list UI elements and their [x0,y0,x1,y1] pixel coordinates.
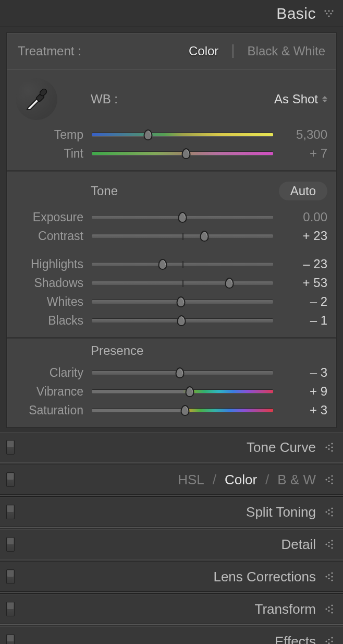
contrast-slider-row: Contrast + 23 [16,226,327,245]
lens-switch[interactable] [6,569,15,584]
whites-label: Whites [16,295,83,309]
svg-point-9 [331,446,333,448]
shadows-slider[interactable] [92,281,273,285]
effects-switch[interactable] [6,634,15,644]
wb-section: WB : As Shot Temp 5,300 Tint + 7 [7,69,336,171]
hsl-panel[interactable]: HSL / Color / B & W [0,464,343,495]
contrast-thumb[interactable] [199,231,210,242]
clarity-thumb[interactable] [174,367,185,378]
tone-curve-switch[interactable] [6,440,15,455]
highlights-value[interactable]: – 23 [281,257,327,271]
blacks-thumb[interactable] [176,315,187,326]
expand-icon[interactable] [325,637,334,644]
detail-switch[interactable] [6,537,15,552]
wb-eyedropper-button[interactable] [16,78,57,120]
expand-icon[interactable] [325,572,334,581]
shadows-thumb[interactable] [224,278,235,289]
whites-thumb[interactable] [175,296,186,307]
svg-point-19 [325,479,327,480]
contrast-slider[interactable] [92,234,273,238]
temp-value[interactable]: 5,300 [281,127,327,142]
hsl-switch[interactable] [6,472,15,487]
svg-point-38 [331,604,333,606]
effects-panel[interactable]: Effects [0,626,343,644]
panel-disclosure-icon[interactable] [324,10,334,17]
temp-slider[interactable] [92,133,273,137]
svg-point-44 [331,637,333,638]
blacks-value[interactable]: – 1 [281,313,327,328]
exposure-label: Exposure [16,210,83,224]
highlights-thumb[interactable] [157,259,168,270]
exposure-value[interactable]: 0.00 [281,210,327,224]
svg-point-35 [328,574,329,576]
panel-title: Basic [276,5,316,22]
svg-point-5 [328,15,329,17]
expand-icon[interactable] [325,507,334,517]
hsl-tab-color[interactable]: Color [225,472,257,488]
split-toning-panel[interactable]: Split Toning [0,497,343,527]
saturation-value[interactable]: + 3 [281,403,327,418]
svg-point-47 [328,639,329,640]
wb-preset-value: As Shot [274,92,318,106]
expand-icon[interactable] [325,443,334,452]
hsl-tab-bw[interactable]: B & W [277,472,316,488]
expand-icon[interactable] [325,604,334,614]
whites-slider[interactable] [92,300,273,304]
highlights-slider[interactable] [92,262,273,266]
contrast-label: Contrast [16,229,83,243]
clarity-value[interactable]: – 3 [281,365,327,380]
svg-point-31 [325,543,327,545]
svg-point-34 [331,579,333,581]
saturation-thumb[interactable] [180,405,191,416]
svg-point-14 [331,475,333,476]
expand-icon[interactable] [325,475,334,484]
transform-label: Transform [255,601,316,617]
exposure-slider-row: Exposure 0.00 [16,208,327,226]
lens-corrections-panel[interactable]: Lens Corrections [0,562,343,592]
clarity-slider[interactable] [92,371,273,375]
exposure-thumb[interactable] [177,212,188,223]
treatment-color[interactable]: Color [189,44,218,58]
vibrance-label: Vibrance [16,385,83,399]
wb-preset-stepper-icon [322,96,327,102]
vibrance-slider-row: Vibrance + 9 [16,382,327,401]
blacks-slider[interactable] [92,318,273,323]
basic-panel-header: Basic [0,0,343,27]
highlights-label: Highlights [16,257,83,271]
tone-auto-button[interactable]: Auto [279,182,327,200]
tint-value[interactable]: + 7 [281,146,327,161]
svg-point-3 [326,13,327,14]
transform-switch[interactable] [6,602,15,616]
tint-thumb[interactable] [180,148,191,159]
saturation-slider[interactable] [92,408,273,412]
svg-point-13 [325,446,327,448]
whites-value[interactable]: – 2 [281,294,327,309]
tone-label: Tone [91,184,118,198]
vibrance-thumb[interactable] [184,386,195,397]
wb-preset-select[interactable]: As Shot [274,92,327,106]
vibrance-value[interactable]: + 9 [281,384,327,399]
shadows-value[interactable]: + 53 [281,276,327,290]
svg-point-15 [331,479,333,480]
tint-slider[interactable] [92,151,273,156]
detail-panel[interactable]: Detail [0,529,343,559]
split-toning-switch[interactable] [6,505,15,519]
svg-point-20 [331,507,333,509]
contrast-value[interactable]: + 23 [281,229,327,243]
exposure-slider[interactable] [92,215,273,219]
treatment-bw[interactable]: Black & White [248,44,325,58]
tone-curve-panel[interactable]: Tone Curve [0,432,343,462]
shadows-slider-row: Shadows + 53 [16,273,327,292]
svg-point-40 [331,612,333,613]
transform-panel[interactable]: Transform [0,594,343,624]
temp-thumb[interactable] [142,129,153,140]
expand-icon[interactable] [325,540,334,549]
hsl-tab-hsl[interactable]: HSL [178,472,204,488]
svg-point-18 [328,481,329,482]
svg-point-12 [328,448,329,450]
saturation-slider-row: Saturation + 3 [16,401,327,420]
treatment-label: Treatment : [18,44,81,58]
lens-label: Lens Corrections [213,569,316,585]
svg-point-33 [331,576,333,577]
vibrance-slider[interactable] [92,389,273,393]
